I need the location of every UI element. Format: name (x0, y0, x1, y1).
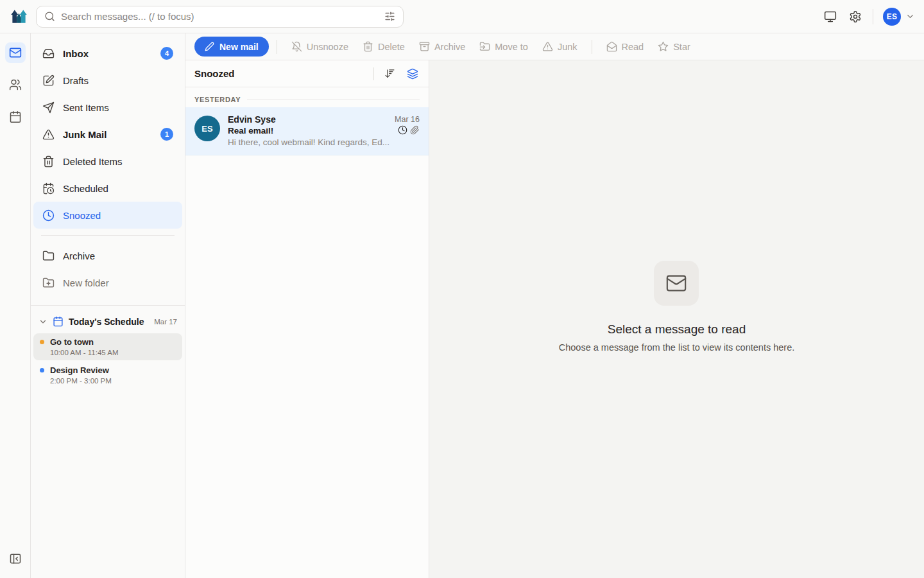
sidebar-item-snoozed[interactable]: Snoozed (33, 202, 182, 229)
user-avatar: ES (883, 8, 901, 26)
date-group-line (247, 100, 420, 100)
calendar-clock-icon (42, 182, 55, 195)
new-folder-button[interactable]: New folder (33, 269, 182, 296)
sidebar-item-label: Drafts (63, 75, 89, 86)
mail-toolbar: New mail Unsnooze Delete (185, 33, 924, 60)
event-time: 10:00 AM - 11:45 AM (50, 349, 176, 356)
account-menu-button[interactable]: ES (883, 8, 915, 26)
sidebar-item-drafts[interactable]: Drafts (33, 67, 182, 94)
event-dot (40, 368, 44, 372)
delete-button[interactable]: Delete (356, 37, 411, 57)
schedule-header[interactable]: Today's Schedule Mar 17 (31, 311, 185, 332)
folder-title: Snoozed (194, 68, 235, 79)
sidebar-item-label: Junk Mail (63, 129, 107, 140)
bell-off-icon (291, 41, 302, 52)
sidebar-item-label: Archive (63, 250, 95, 261)
chevron-down-icon (38, 317, 47, 326)
drafts-icon (42, 74, 55, 87)
chevron-down-icon (905, 12, 915, 21)
collapse-sidebar-button[interactable] (5, 548, 26, 569)
sidebar-item-scheduled[interactable]: Scheduled (33, 175, 182, 202)
sidebar-divider (41, 235, 175, 236)
date-group-header: YESTERDAY (185, 87, 429, 107)
content-body: Snoozed (185, 60, 924, 578)
unsnooze-button[interactable]: Unsnooze (285, 37, 355, 57)
list-header-divider (373, 67, 374, 80)
search-icon (44, 11, 55, 22)
star-button[interactable]: Star (651, 37, 697, 57)
reading-pane: Select a message to read Choose a messag… (429, 60, 924, 578)
empty-state-title: Select a message to read (608, 322, 746, 337)
group-by-button[interactable] (406, 67, 420, 81)
send-icon (42, 101, 55, 114)
sort-descending-icon (384, 68, 395, 79)
search-bar (36, 6, 404, 28)
sidebar-item-junk[interactable]: Junk Mail 1 (33, 121, 182, 148)
topbar: ES (0, 0, 924, 33)
schedule-calendar-icon (53, 316, 64, 327)
sort-button[interactable] (383, 67, 397, 80)
sender-avatar: ES (194, 116, 220, 141)
event-time: 2:00 PM - 3:00 PM (50, 377, 176, 385)
message-sender: Edvin Syse (228, 114, 389, 125)
message-date: Mar 16 (395, 115, 420, 124)
topbar-divider (873, 9, 873, 24)
monitor-icon (824, 10, 837, 23)
unread-count-badge: 4 (160, 47, 173, 60)
star-label: Star (673, 42, 690, 52)
content-area: New mail Unsnooze Delete (185, 33, 924, 578)
mail-open-icon (606, 41, 617, 52)
junk-label: Junk (558, 42, 578, 52)
schedule-date: Mar 17 (154, 318, 177, 326)
main-area: Inbox 4 Drafts Sent Items Junk Mail (0, 33, 924, 578)
envelope-icon (665, 272, 687, 294)
webmail-app: ES (0, 0, 924, 578)
folder-icon (42, 250, 55, 262)
message-subject: Real email! (228, 126, 393, 136)
schedule-event[interactable]: Go to town 10:00 AM - 11:45 AM (33, 333, 182, 360)
toolbar-divider (592, 40, 592, 54)
sidebar-item-deleted[interactable]: Deleted Items (33, 148, 182, 175)
sidebar-item-label: Inbox (63, 48, 89, 59)
search-input[interactable] (61, 11, 379, 22)
trash-icon (363, 41, 373, 52)
sidebar-item-sent[interactable]: Sent Items (33, 94, 182, 121)
attachment-paperclip-icon (410, 125, 420, 135)
sidebar-item-label: Scheduled (63, 183, 108, 194)
display-mode-button[interactable] (823, 9, 838, 24)
move-to-label: Move to (495, 42, 528, 52)
clock-icon (42, 209, 55, 222)
people-icon (9, 78, 22, 91)
search-filter-icon[interactable] (384, 11, 395, 22)
read-button[interactable]: Read (600, 37, 651, 57)
sidebar: Inbox 4 Drafts Sent Items Junk Mail (31, 33, 185, 578)
snoozed-clock-icon (398, 125, 407, 135)
archive-button[interactable]: Archive (413, 37, 472, 57)
archive-label: Archive (434, 42, 465, 52)
junk-button[interactable]: Junk (536, 37, 584, 57)
move-to-button[interactable]: Move to (473, 37, 535, 57)
warning-triangle-icon (42, 128, 55, 141)
rail-mail-button[interactable] (5, 42, 26, 63)
schedule-event[interactable]: Design Review 2:00 PM - 3:00 PM (33, 362, 182, 389)
topbar-right: ES (823, 8, 915, 26)
layers-icon (407, 68, 418, 80)
event-title: Go to town (50, 337, 94, 347)
panel-collapse-icon (9, 552, 22, 565)
empty-state-subtitle: Choose a message from the list to view i… (559, 342, 795, 353)
message-preview: Hi there, cool webmail! Kind regards, Ed… (228, 137, 420, 147)
settings-button[interactable] (848, 9, 863, 24)
event-title: Design Review (50, 365, 109, 375)
sidebar-item-archive[interactable]: Archive (33, 242, 182, 269)
sidebar-item-inbox[interactable]: Inbox 4 (33, 40, 182, 67)
new-mail-button[interactable]: New mail (194, 37, 269, 57)
message-list-item[interactable]: ES Edvin Syse Mar 16 Real email! (185, 107, 429, 155)
sidebar-item-label: Deleted Items (63, 156, 123, 167)
calendar-icon (9, 110, 22, 123)
archive-box-icon (419, 41, 430, 52)
app-logo-icon[interactable] (9, 7, 28, 26)
trash-icon (42, 155, 55, 168)
rail-calendar-button[interactable] (5, 107, 26, 127)
rail-contacts-button[interactable] (5, 74, 26, 95)
pencil-icon (205, 42, 214, 51)
